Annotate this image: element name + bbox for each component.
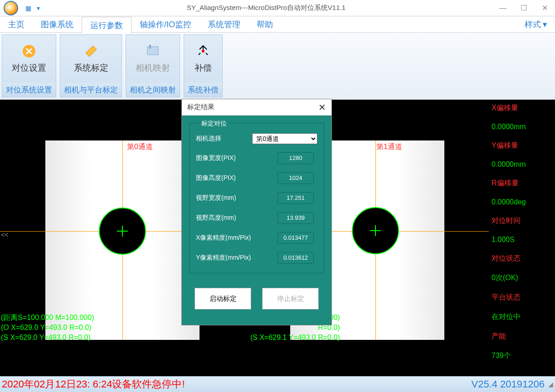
ribbon-label: 系统补偿 — [184, 83, 222, 97]
dialog-titlebar[interactable]: 标定结果 ✕ — [182, 99, 331, 116]
form-label: Y像素精度(mm/Pix) — [196, 254, 255, 262]
prev-arrow-icon[interactable]: << — [1, 231, 8, 238]
throughput-label: 产能 — [492, 332, 552, 341]
menu-home[interactable]: 主页 — [0, 16, 33, 33]
status-panel: X偏移量 0.0000mm Y偏移量 0.0000mm R偏移量 0.0000d… — [489, 100, 555, 376]
coords-channel-0: (距离S=100.000 M=100.000) (O X=629.0 Y=493… — [1, 313, 94, 343]
coord-line: (O X=629.0 Y=493.0 R=0.0) — [1, 323, 94, 333]
image-width-row: 图像宽度(PIX) 1280 — [196, 152, 317, 164]
x-offset-label: X偏移量 — [492, 103, 552, 113]
fov-width-row: 视野宽度(mm) 17.251 — [196, 192, 317, 204]
y-precision-row: Y像素精度(mm/Pix) 0.013612 — [196, 252, 317, 264]
coord-line: (S X=629.1 Y=493.0 R=0.0) — [250, 333, 340, 343]
align-state-value: 0次(OK) — [492, 273, 552, 283]
align-time-label: 对位时间 — [492, 216, 552, 226]
compensation-icon — [196, 44, 210, 58]
menu-run-params[interactable]: 运行参数 — [82, 17, 131, 33]
ribbon-label: 相机与平台标定 — [60, 83, 122, 97]
x-precision-value: 0.013477 — [278, 232, 314, 244]
ribbon-title: 补偿 — [195, 62, 212, 74]
window-title: SY_AliagnSystem---MicroDistPro自动对位系统V11.… — [40, 4, 492, 12]
y-offset-value: 0.0000mm — [492, 160, 552, 169]
form-label: 视野宽度(mm) — [196, 194, 255, 202]
svg-rect-3 — [149, 45, 151, 48]
fov-height-row: 视野高度(mm) 13.939 — [196, 212, 317, 224]
calibration-result-dialog: 标定结果 ✕ 标定对位 相机选择 第0通道 图像宽度(PIX) 1280 图像高… — [181, 99, 332, 325]
version-text: V25.4 20191206 — [472, 378, 545, 390]
start-calibration-button[interactable]: 启动标定 — [195, 288, 251, 310]
style-label: 样式 — [525, 19, 541, 30]
x-offset-value: 0.0000mm — [492, 123, 552, 131]
y-precision-value: 0.013612 — [278, 252, 314, 264]
menu-image-system[interactable]: 图像系统 — [33, 16, 82, 33]
y-offset-label: Y偏移量 — [492, 141, 552, 150]
target-cross-icon — [370, 225, 381, 236]
camera-select-label: 相机选择 — [196, 135, 252, 143]
image-width-value: 1280 — [278, 152, 314, 164]
form-label: 视野高度(mm) — [196, 214, 255, 222]
dialog-close-button[interactable]: ✕ — [318, 102, 326, 113]
ribbon-group-system-calib[interactable]: 系统标定 相机与平台标定 — [60, 34, 122, 97]
chevron-down-icon: ▾ — [543, 19, 547, 29]
menu-help[interactable]: 帮助 — [248, 16, 281, 33]
ruler-icon — [84, 44, 98, 58]
wrench-icon — [22, 44, 36, 58]
close-button[interactable]: ✕ — [534, 0, 555, 16]
ribbon-title: 系统标定 — [74, 62, 108, 74]
style-dropdown[interactable]: 样式 ▾ — [516, 19, 555, 30]
channel-0-label: 第0通道 — [127, 142, 153, 152]
svg-marker-1 — [86, 46, 97, 57]
svg-point-4 — [202, 50, 204, 53]
platform-state-label: 平台状态 — [492, 293, 552, 302]
menu-axis-io[interactable]: 轴操作/IO监控 — [131, 16, 200, 33]
map-icon — [146, 44, 160, 58]
throughput-value: 739个 — [492, 351, 552, 361]
align-time-value: 1.000S — [492, 236, 552, 244]
stop-calibration-button[interactable]: 停止标定 — [262, 288, 319, 310]
resize-grip-icon[interactable]: ◢ — [548, 381, 553, 388]
statusbar: 2020年02月12日23: 6:24设备软件急停中! V25.4 201912… — [0, 376, 555, 392]
image-height-row: 图像高度(PIX) 1024 — [196, 172, 317, 184]
status-text: 2020年02月12日23: 6:24设备软件急停中! — [2, 377, 472, 391]
ribbon-group-compensation[interactable]: 补偿 系统补偿 — [184, 34, 223, 97]
dialog-title: 标定结果 — [187, 103, 318, 111]
ribbon-group-camera-map[interactable]: 相机映射 相机之间映射 — [126, 34, 180, 97]
ribbon-label: 对位系统设置 — [2, 83, 56, 97]
ribbon-group-align-settings[interactable]: 对位设置 对位系统设置 — [2, 34, 56, 97]
quick-access-toolbar: ▦ ▾ — [25, 5, 40, 12]
fieldset-legend: 标定对位 — [200, 120, 229, 128]
coord-line: (距离S=100.000 M=100.000) — [1, 313, 94, 323]
menubar: 主页 图像系统 运行参数 轴操作/IO监控 系统管理 帮助 样式 ▾ — [0, 16, 555, 33]
minimize-button[interactable]: — — [492, 0, 513, 16]
r-offset-label: R偏移量 — [492, 179, 552, 188]
form-label: 图像宽度(PIX) — [196, 154, 255, 162]
qat-dropdown-icon[interactable]: ▾ — [37, 5, 40, 12]
camera-select-dropdown[interactable]: 第0通道 — [252, 133, 317, 144]
target-cross-icon — [117, 226, 128, 237]
align-state-label: 对位状态 — [492, 254, 552, 263]
menu-system-mgmt[interactable]: 系统管理 — [200, 16, 248, 33]
ribbon-title: 对位设置 — [12, 62, 46, 74]
fov-height-value: 13.939 — [278, 212, 314, 224]
x-precision-row: X像素精度(mm/Pix) 0.013477 — [196, 232, 317, 244]
ribbon-title: 相机映射 — [136, 62, 170, 74]
image-height-value: 1024 — [278, 172, 314, 184]
fov-width-value: 17.251 — [278, 192, 314, 204]
form-label: 图像高度(PIX) — [196, 174, 255, 182]
titlebar: ▦ ▾ SY_AliagnSystem---MicroDistPro自动对位系统… — [0, 0, 555, 16]
ribbon: 对位设置 对位系统设置 系统标定 相机与平台标定 相机映射 相机之间映射 补偿 … — [0, 33, 555, 100]
channel-1-label: 第1通道 — [376, 142, 402, 152]
ribbon-label: 相机之间映射 — [126, 83, 180, 97]
svg-rect-2 — [147, 47, 158, 55]
app-icon — [4, 1, 18, 15]
r-offset-value: 0.0000deg — [492, 198, 552, 206]
platform-state-value: 在对位中 — [492, 312, 552, 322]
maximize-button[interactable]: ☐ — [513, 0, 534, 16]
calibration-fieldset: 标定对位 相机选择 第0通道 图像宽度(PIX) 1280 图像高度(PIX) … — [189, 123, 324, 273]
camera-select-row: 相机选择 第0通道 — [196, 133, 317, 144]
form-label: X像素精度(mm/Pix) — [196, 234, 255, 242]
coord-line: (S X=629.0 Y=493.0 R=0.0) — [1, 333, 94, 343]
qat-item[interactable]: ▦ — [25, 5, 31, 12]
